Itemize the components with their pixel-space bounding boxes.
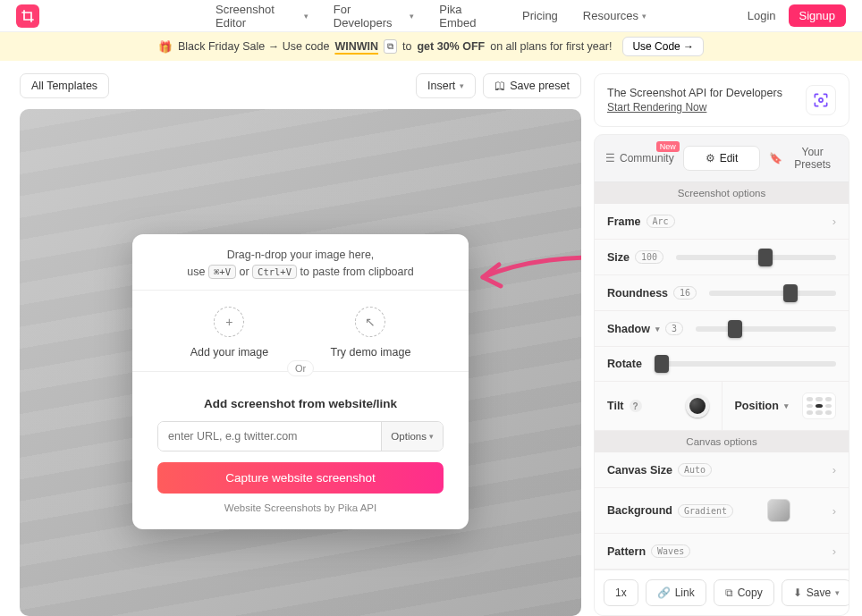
try-demo-action[interactable]: ↖ Try demo image	[331, 307, 411, 359]
url-heading: Add screenshot from website/link	[157, 397, 444, 410]
kbd-ctrl-v: Ctrl+V	[252, 265, 297, 279]
nav-pricing[interactable]: Pricing	[522, 3, 558, 30]
bookmark-icon: 🕮	[494, 80, 505, 92]
roundness-value: 16	[673, 286, 697, 300]
pattern-label: Pattern	[607, 545, 646, 558]
shadow-slider[interactable]	[696, 326, 836, 332]
scan-icon	[806, 85, 836, 115]
add-image-action[interactable]: + Add your image	[190, 307, 269, 359]
left-column: All Templates Insert▾ 🕮Save preset Drag-…	[0, 61, 594, 616]
promo-bar: 🎁 Black Friday Sale → Use code WINWIN ⧉ …	[0, 32, 862, 61]
drop-header: Drag-n-drop your image here, use ⌘+V or …	[132, 249, 469, 291]
promo-code: WINWIN	[334, 40, 378, 53]
canvas-size-value: Auto	[678, 463, 712, 477]
chevron-right-icon: ›	[832, 463, 836, 477]
copy-code-icon[interactable]: ⧉	[384, 39, 397, 54]
opt-rotate: Rotate	[595, 347, 849, 382]
rotate-label: Rotate	[607, 358, 642, 370]
save-preset-button[interactable]: 🕮Save preset	[483, 73, 581, 98]
insert-label: Insert	[427, 80, 455, 92]
or-label: Or	[287, 360, 314, 376]
nav-dev-label: For Developers	[334, 3, 406, 30]
svg-point-0	[819, 98, 823, 102]
shadow-value: 3	[665, 322, 683, 335]
background-label: Background	[607, 504, 672, 517]
shadow-label: Shadow	[607, 323, 650, 335]
use-code-button[interactable]: Use Code →	[622, 37, 704, 56]
shadow-slider-thumb[interactable]	[728, 320, 742, 338]
scale-button[interactable]: 1x	[604, 579, 638, 606]
logo[interactable]	[16, 4, 39, 28]
kbd-cmd-v: ⌘+V	[208, 265, 236, 279]
crop-icon	[21, 9, 35, 23]
tab-edit[interactable]: ⚙ Edit	[683, 146, 761, 171]
plus-icon: +	[214, 307, 244, 337]
try-demo-label: Try demo image	[331, 346, 411, 359]
url-row: Options▾	[157, 421, 444, 451]
tab-presets[interactable]: 🔖 Your Presets	[765, 140, 841, 176]
rotate-slider-thumb[interactable]	[655, 355, 669, 373]
chevron-down-icon: ▾	[784, 401, 789, 410]
sliders-icon: ⚙	[706, 152, 715, 165]
opt-shadow: Shadow▾3	[595, 311, 849, 347]
nav-resources[interactable]: Resources▾	[583, 3, 646, 30]
nav-embed[interactable]: Pika Embed	[439, 3, 497, 30]
help-icon[interactable]: ?	[630, 400, 642, 412]
api-sublink[interactable]: Start Rendering Now	[607, 101, 797, 114]
opt-size: Size100	[595, 240, 849, 275]
tab-community[interactable]: ☰ Community New	[602, 147, 678, 170]
insert-button[interactable]: Insert▾	[416, 73, 476, 98]
tilt-cell[interactable]: Tilt?	[595, 382, 723, 430]
link-button[interactable]: 🔗Link	[646, 579, 706, 606]
tabs-card: ☰ Community New ⚙ Edit 🔖 Your Presets Sc…	[594, 134, 849, 616]
nav-dev[interactable]: For Developers▾	[334, 3, 414, 30]
position-grid[interactable]	[802, 392, 836, 419]
all-templates-button[interactable]: All Templates	[20, 73, 109, 98]
roundness-slider-thumb[interactable]	[783, 284, 798, 302]
roundness-slider[interactable]	[709, 291, 836, 296]
tilt-knob[interactable]	[686, 394, 709, 418]
save-button[interactable]: ⬇Save▾	[782, 579, 849, 606]
api-card: The Screenshot API for Developers Start …	[594, 73, 849, 127]
opt-pattern[interactable]: PatternWaves ›	[595, 534, 849, 570]
chevron-right-icon: ›	[832, 215, 836, 228]
chevron-down-icon: ▾	[410, 12, 414, 21]
frame-label: Frame	[607, 215, 641, 228]
gradient-swatch	[767, 499, 790, 522]
opt-background[interactable]: BackgroundGradient ›	[595, 488, 849, 534]
nav-editor[interactable]: Screenshot Editor▾	[216, 3, 308, 30]
tilt-label: Tilt	[607, 400, 624, 412]
rotate-slider[interactable]	[655, 361, 836, 367]
chevron-down-icon[interactable]: ▾	[655, 325, 660, 333]
copy-button[interactable]: ⧉Copy	[714, 579, 774, 606]
opt-canvas-size[interactable]: Canvas SizeAuto ›	[595, 452, 849, 488]
frame-value: Arc	[646, 215, 675, 228]
opt-frame[interactable]: FrameArc ›	[595, 204, 849, 240]
capture-button[interactable]: Capture website screenshot	[157, 462, 444, 494]
pika-api-link[interactable]: Website Screenshots by Pika API	[157, 502, 444, 513]
opt-roundness: Roundness16	[595, 275, 849, 311]
api-title: The Screenshot API for Developers	[607, 87, 797, 99]
bookmark-icon: 🔖	[769, 152, 782, 165]
top-nav: Screenshot Editor▾ For Developers▾ Pika …	[0, 0, 862, 32]
tab-community-label: Community	[620, 152, 674, 165]
download-icon: ⬇	[793, 586, 802, 599]
position-cell[interactable]: Position▾	[723, 382, 849, 430]
size-slider-thumb[interactable]	[758, 249, 773, 266]
login-link[interactable]: Login	[748, 9, 776, 22]
pattern-value: Waves	[651, 544, 690, 558]
options-scroll[interactable]: Screenshot options FrameArc › Size100 Ro…	[595, 181, 849, 570]
size-slider[interactable]	[676, 255, 836, 260]
nav-right: Login Signup	[748, 4, 846, 27]
drop-line2: use ⌘+V or Ctrl+V to paste from clipboar…	[147, 265, 454, 279]
section-canvas-options: Canvas options	[595, 431, 849, 452]
signup-button[interactable]: Signup	[789, 4, 846, 27]
new-badge: New	[656, 141, 680, 152]
roundness-label: Roundness	[607, 287, 668, 300]
save-label: Save	[807, 586, 831, 599]
url-input[interactable]	[158, 422, 381, 451]
or-divider: Or	[132, 371, 469, 384]
chevron-down-icon: ▾	[835, 588, 840, 597]
url-options-button[interactable]: Options▾	[381, 422, 443, 451]
chevron-down-icon: ▾	[642, 12, 646, 21]
